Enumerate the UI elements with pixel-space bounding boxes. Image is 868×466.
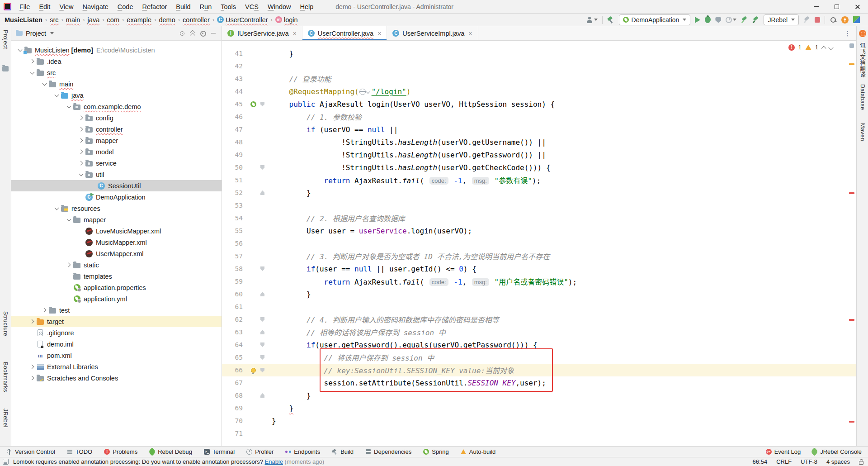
code-line-49[interactable]: 49 !StringUtils.hasLength(userVO.getPass…: [222, 148, 856, 161]
line-separator[interactable]: CRLF: [776, 458, 792, 465]
jrebel-debug-button[interactable]: [752, 16, 759, 23]
tree-expand-toggle[interactable]: [52, 208, 61, 209]
stripe-project-label[interactable]: Project: [2, 30, 9, 49]
build-project-button[interactable]: [607, 16, 614, 24]
fold-end-icon[interactable]: [260, 330, 264, 334]
tree-expand-toggle[interactable]: [77, 116, 85, 119]
tree-item-demoapplication[interactable]: DemoApplication: [11, 191, 222, 203]
code-line-63[interactable]: 63 // 相等的话将该用户保存到 session 中: [222, 326, 856, 338]
tree-item-static[interactable]: static: [11, 259, 222, 271]
menu-refactor[interactable]: Refactor: [138, 2, 171, 12]
code-line-43[interactable]: 43 // 登录功能: [222, 72, 856, 85]
project-toolwindow-icon[interactable]: [2, 66, 9, 71]
fold-start-icon[interactable]: [260, 266, 264, 271]
intention-bulb-icon[interactable]: [251, 368, 256, 373]
toolwindow-jrebel-console[interactable]: JRebel Console: [811, 448, 862, 455]
toolwindow-terminal[interactable]: Terminal: [204, 448, 235, 455]
tree-expand-toggle[interactable]: [77, 139, 85, 142]
tree-item-src[interactable]: src: [11, 67, 222, 78]
code-line-48[interactable]: 48 !StringUtils.hasLength(userVO.getUser…: [222, 136, 856, 148]
tab-options-kebab-icon[interactable]: ⋮: [839, 29, 856, 38]
code-line-51[interactable]: 51 return AjaxResult.fail( code: -1, msg…: [222, 174, 856, 186]
tree-expand-toggle[interactable]: [28, 376, 36, 380]
menu-window[interactable]: Window: [264, 2, 295, 12]
menu-edit[interactable]: Edit: [35, 2, 54, 12]
collapse-all-button[interactable]: [189, 30, 196, 37]
stop-button[interactable]: [815, 17, 820, 23]
toolwindow-todo[interactable]: TODO: [67, 448, 92, 455]
tree-expand-toggle[interactable]: [28, 72, 36, 74]
error-stripe-mark[interactable]: [849, 192, 854, 194]
code-line-56[interactable]: 56: [222, 237, 856, 250]
jrebel-logo-button[interactable]: [853, 16, 860, 23]
next-problem-button[interactable]: [828, 45, 833, 50]
run-with-coverage-button[interactable]: [715, 17, 721, 23]
editor[interactable]: 41 }4243 // 登录功能44 @RequestMapping("/log…: [222, 41, 856, 446]
breadcrumb-item-login[interactable]: login: [274, 16, 299, 24]
fold-start-icon[interactable]: [260, 165, 264, 170]
breadcrumb-item-musiclisten[interactable]: MusicListen: [4, 16, 43, 24]
tree-item-mapper[interactable]: mapper: [11, 214, 222, 225]
previous-problem-button[interactable]: [821, 46, 826, 51]
tree-item-lovemusicmapper-xml[interactable]: LoveMusicMapper.xml: [11, 225, 222, 237]
tree-item-musicmapper-xml[interactable]: MusicMapper.xml: [11, 237, 222, 248]
toolwindow-endpoints[interactable]: Endpoints: [285, 448, 320, 455]
stripe-maven-label[interactable]: Maven: [859, 123, 866, 141]
tree-expand-toggle[interactable]: [65, 263, 73, 266]
tree-expand-toggle[interactable]: [52, 95, 61, 96]
spring-bean-gutter-icon[interactable]: [250, 101, 256, 107]
highlighting-level-indicator[interactable]: [849, 43, 854, 48]
minimize-button[interactable]: [806, 0, 826, 14]
code-line-47[interactable]: 47 if (userVO == null ||: [222, 123, 856, 136]
tree-item-application-yml[interactable]: application.yml: [11, 293, 222, 304]
tree-expand-toggle[interactable]: [65, 219, 73, 221]
code-line-61[interactable]: 61: [222, 300, 856, 313]
tree-item-model[interactable]: model: [11, 146, 222, 157]
menu-build[interactable]: Build: [172, 2, 194, 12]
fold-start-icon[interactable]: [260, 102, 264, 106]
tree-expand-toggle[interactable]: [77, 128, 85, 131]
tree-item-demo-iml[interactable]: demo.iml: [11, 338, 222, 350]
tree-expand-toggle[interactable]: [77, 162, 85, 165]
stripe-jrebel-label[interactable]: JRebel: [2, 409, 9, 428]
tree-expand-toggle[interactable]: [28, 365, 36, 368]
tree-item-config[interactable]: config: [11, 112, 222, 124]
tree-item-usermapper-xml[interactable]: UserMapper.xml: [11, 248, 222, 259]
code-line-59[interactable]: 59 return AjaxResult.fail( code: -1, msg…: [222, 275, 856, 288]
code-line-71[interactable]: 71: [222, 427, 856, 440]
hide-panel-button[interactable]: [210, 30, 217, 37]
tree-item-service[interactable]: service: [11, 157, 222, 169]
stripe-bookmarks-label[interactable]: Bookmarks: [2, 362, 9, 392]
plugin-icon[interactable]: [859, 30, 866, 37]
code-line-44[interactable]: 44 @RequestMapping("/login"): [222, 85, 856, 98]
tree-item-gitignore[interactable]: .gitignore: [11, 327, 222, 338]
fold-start-icon[interactable]: [260, 355, 264, 360]
toolwindow-rebel-debug[interactable]: Rebel Debug: [149, 448, 192, 455]
fold-start-icon[interactable]: [260, 368, 264, 372]
menu-help[interactable]: Help: [296, 2, 317, 12]
tree-item-external-libraries[interactable]: External Libraries: [11, 361, 222, 372]
breadcrumb-item-java[interactable]: java: [87, 16, 101, 24]
code-line-70[interactable]: 70}: [222, 414, 856, 427]
file-encoding[interactable]: UTF-8: [801, 458, 817, 465]
tree-expand-toggle[interactable]: [77, 150, 85, 153]
menu-tools[interactable]: Tools: [217, 2, 240, 12]
code-line-58[interactable]: 58 if(user == null || user.getId() <= 0)…: [222, 262, 856, 275]
breadcrumb-item-usercontroller[interactable]: UserController: [216, 16, 269, 24]
tree-item-idea[interactable]: .idea: [11, 56, 222, 67]
toolwindow-auto-build[interactable]: Auto-build: [461, 448, 496, 455]
debug-button[interactable]: [705, 16, 711, 23]
tree-item-mapper[interactable]: mapper: [11, 135, 222, 146]
code-line-45[interactable]: 45 public AjaxResult login(UserVO userVO…: [222, 98, 856, 110]
breadcrumb-item-controller[interactable]: controller: [182, 16, 211, 24]
request-mapping-globe-icon[interactable]: [359, 89, 366, 95]
menu-run[interactable]: Run: [196, 2, 216, 12]
locate-file-button[interactable]: [179, 30, 186, 37]
code-line-62[interactable]: 62 // 4. 判断用户输入的密码和数据库中存储的密码是否相等: [222, 313, 856, 326]
tree-expand-toggle[interactable]: [28, 320, 36, 323]
breadcrumb-item-demo[interactable]: demo: [158, 16, 176, 24]
tree-item-controller[interactable]: controller: [11, 124, 222, 135]
toolwindow-event-log[interactable]: 9+Event Log: [766, 448, 801, 455]
jrebel-run-button[interactable]: [741, 16, 748, 23]
run-configuration-select[interactable]: DemoApplication: [619, 14, 691, 25]
